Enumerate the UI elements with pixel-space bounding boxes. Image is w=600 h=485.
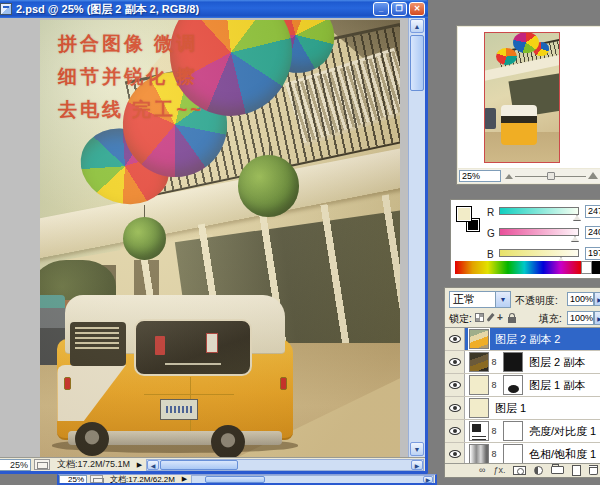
red-value-input[interactable]: 247 (585, 205, 600, 218)
photo-canvas[interactable]: 拼合图像 微调 细节并锐化 擦 去电线 完工~~ (40, 20, 400, 457)
adjustment-icon[interactable] (469, 421, 489, 441)
layer-row-selected[interactable]: 图层 2 副本 2 (445, 328, 600, 351)
new-group-icon[interactable] (551, 465, 564, 476)
visibility-cell[interactable] (445, 351, 465, 373)
visibility-cell[interactable] (445, 397, 465, 419)
zoom-input-2[interactable]: 25% (59, 475, 87, 484)
status-menu-arrow[interactable]: ▶ (134, 461, 145, 469)
adjustment-layer-row[interactable]: 8 亮度/对比度 1 (445, 420, 600, 443)
van-wheel (75, 422, 109, 456)
layer-thumbnail[interactable] (469, 398, 489, 418)
layer-style-icon[interactable]: ƒx. (493, 465, 505, 476)
h-scrollbar-thumb[interactable] (205, 476, 265, 483)
mask-link-icon: 8 (489, 357, 499, 367)
link-layers-icon[interactable]: ∞ (479, 465, 485, 476)
van-sticker (155, 336, 165, 355)
layer-mask-thumbnail[interactable] (503, 375, 523, 395)
navigator-preview-area[interactable] (458, 27, 600, 168)
v-scrollbar[interactable]: ▲ ▼ (408, 18, 425, 457)
opacity-spinner[interactable]: ▶ (594, 292, 600, 306)
navigator-view-box[interactable] (484, 32, 560, 163)
h-scrollbar-2[interactable]: ▶ (191, 475, 434, 484)
status-menu-arrow[interactable]: ▶ (179, 475, 190, 483)
canvas-area[interactable]: 拼合图像 微调 细节并锐化 擦 去电线 完工~~ ▲ ▼ 25% 文档:17.2… (0, 18, 425, 471)
navigator-zoom-input[interactable]: 25% (459, 170, 501, 182)
navigator-zoom-slider[interactable] (505, 170, 598, 182)
fill-spinner[interactable]: ▶ (594, 311, 600, 325)
mask-link-icon: 8 (489, 449, 499, 459)
h-scrollbar-thumb[interactable] (160, 460, 238, 470)
zoom-in-icon[interactable] (588, 172, 598, 179)
visibility-cell[interactable] (445, 443, 465, 465)
slider-thumb[interactable] (547, 172, 555, 180)
v-scrollbar-thumb[interactable] (410, 35, 424, 91)
layer-thumbnail[interactable] (469, 352, 489, 372)
close-button[interactable]: ✕ (409, 2, 425, 16)
red-slider[interactable] (499, 207, 579, 215)
eye-icon[interactable] (449, 427, 461, 435)
green-slider[interactable] (499, 228, 579, 236)
blue-slider[interactable] (499, 249, 579, 257)
visibility-cell[interactable] (445, 374, 465, 396)
scroll-up-button[interactable]: ▲ (410, 19, 424, 33)
scroll-right-button[interactable]: ▶ (423, 476, 433, 483)
lock-all-icon[interactable] (508, 317, 516, 323)
new-layer-icon[interactable] (572, 465, 581, 476)
layer-thumbnail[interactable] (469, 375, 489, 395)
minimize-button[interactable]: _ (373, 2, 389, 16)
layer-row[interactable]: 8 图层 1 副本 (445, 374, 600, 397)
layer-name[interactable]: 图层 2 副本 (529, 355, 585, 370)
navigator-thumbnail[interactable] (484, 32, 560, 163)
lock-position-icon[interactable]: + (497, 313, 503, 322)
green-slider-thumb[interactable] (571, 236, 579, 242)
blue-value-input[interactable]: 197 (585, 247, 600, 260)
adjustment-icon[interactable] (469, 444, 489, 464)
blend-mode-select[interactable]: 正常 ▼ (449, 291, 511, 308)
blend-options-row: 正常 ▼ 不透明度: 100% ▶ (445, 291, 600, 309)
color-spectrum-bar[interactable] (455, 261, 600, 274)
adjustment-layer-row[interactable]: 8 色相/饱和度 1 (445, 443, 600, 465)
eye-icon[interactable] (449, 381, 461, 389)
spectrum-black-swatch[interactable] (592, 261, 600, 274)
scroll-left-button[interactable]: ◀ (147, 460, 159, 470)
green-value-input[interactable]: 240 (585, 226, 600, 239)
lock-transparency-icon[interactable] (475, 313, 484, 322)
add-mask-icon[interactable] (513, 465, 526, 476)
title-bar[interactable]: 2.psd @ 25% (图层 2 副本 2, RGB/8) _ ❐ ✕ (0, 0, 428, 18)
layer-name[interactable]: 色相/饱和度 1 (529, 447, 596, 462)
layer-thumbnail[interactable] (469, 329, 489, 349)
delete-layer-icon[interactable] (589, 465, 598, 476)
layer-row[interactable]: 8 图层 2 副本 (445, 351, 600, 374)
spectrum-gradient[interactable] (455, 261, 581, 274)
new-adjustment-layer-icon[interactable] (534, 465, 543, 476)
spectrum-white-swatch[interactable] (581, 261, 592, 274)
scroll-right-button[interactable]: ▶ (411, 460, 423, 470)
eye-icon[interactable] (449, 450, 461, 458)
chevron-down-icon[interactable]: ▼ (495, 292, 510, 307)
eye-icon[interactable] (449, 335, 461, 343)
layer-name[interactable]: 亮度/对比度 1 (529, 424, 596, 439)
red-slider-thumb[interactable] (573, 215, 581, 221)
maximize-button[interactable]: ❐ (391, 2, 407, 16)
visibility-cell[interactable] (445, 420, 465, 442)
zoom-input[interactable]: 25% (0, 459, 31, 471)
layer-mask-thumbnail[interactable] (503, 444, 523, 464)
layer-mask-thumbnail[interactable] (503, 421, 523, 441)
opacity-input[interactable]: 100% (567, 292, 594, 306)
fill-input[interactable]: 100% (567, 311, 594, 325)
scroll-down-button[interactable]: ▼ (410, 442, 424, 456)
layer-name[interactable]: 图层 2 副本 2 (495, 332, 560, 347)
zoom-out-icon[interactable] (505, 174, 513, 179)
h-scrollbar[interactable]: ◀ ▶ (146, 459, 424, 471)
layer-row[interactable]: 图层 1 (445, 397, 600, 420)
layer-name[interactable]: 图层 1 (495, 401, 526, 416)
layer-name[interactable]: 图层 1 副本 (529, 378, 585, 393)
layer-mask-thumbnail[interactable] (503, 352, 523, 372)
photo-hanging-basket (123, 217, 166, 261)
visibility-cell[interactable] (445, 328, 465, 350)
caption-line: 细节并锐化 擦 (58, 60, 204, 93)
foreground-color-swatch[interactable] (456, 206, 472, 222)
eye-icon[interactable] (449, 404, 461, 412)
lock-image-icon[interactable] (486, 313, 494, 322)
eye-icon[interactable] (449, 358, 461, 366)
